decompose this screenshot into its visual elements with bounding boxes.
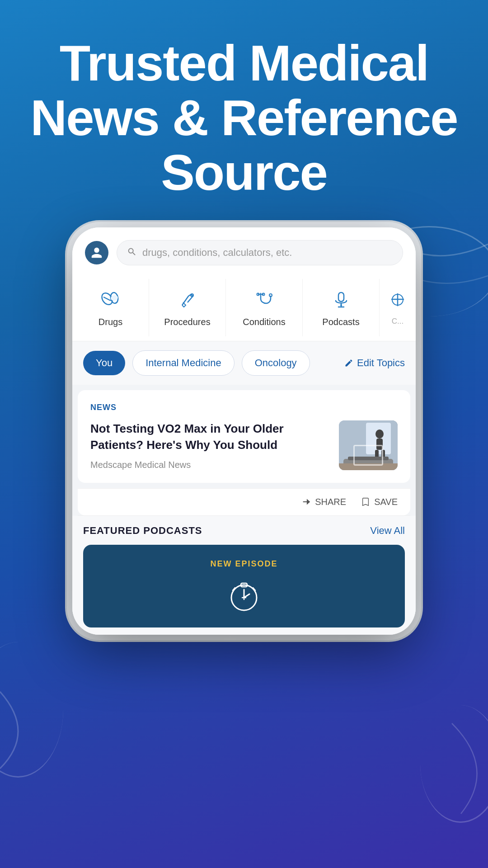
- phone-inner: drugs, conditions, calculators, etc.: [72, 227, 416, 635]
- edit-topics-label: Edit Topics: [357, 357, 405, 369]
- microphone-icon: [329, 288, 353, 311]
- news-content: Not Testing VO2 Max in Your Older Patien…: [90, 420, 398, 470]
- news-section-label: NEWS: [90, 403, 398, 412]
- search-icon: [127, 247, 137, 259]
- categories-row: Drugs Procedures: [72, 274, 416, 341]
- featured-podcasts-section: FEATURED PODCASTS View All NEW EPISODE: [72, 516, 416, 635]
- share-icon: [301, 497, 311, 507]
- svg-point-16: [375, 429, 384, 439]
- svg-rect-9: [338, 292, 344, 302]
- deco-curve-bottom-right: [420, 705, 488, 823]
- category-extra-partial: C...: [380, 279, 416, 336]
- svg-rect-17: [376, 439, 383, 450]
- pencil-icon: [344, 359, 353, 368]
- stopwatch-icon: [226, 577, 262, 613]
- hero-section: Trusted Medical News & Reference Source: [0, 0, 488, 218]
- card-actions: SHARE SAVE: [78, 488, 410, 515]
- extra-label: C...: [392, 317, 404, 326]
- category-podcasts[interactable]: Podcasts: [303, 279, 380, 336]
- svg-rect-18: [375, 450, 379, 459]
- news-card[interactable]: NEWS Not Testing VO2 Max in Your Older P…: [78, 390, 410, 483]
- topic-pill-internal-medicine[interactable]: Internal Medicine: [132, 350, 235, 376]
- news-thumbnail: [339, 420, 398, 470]
- avatar[interactable]: [85, 241, 108, 264]
- topic-pill-you[interactable]: You: [83, 351, 125, 375]
- topics-row: You Internal Medicine Oncology Edit Topi…: [72, 341, 416, 385]
- news-title: Not Testing VO2 Max in Your Older Patien…: [90, 420, 330, 453]
- pills-icon: [99, 288, 122, 311]
- stethoscope-icon: [253, 288, 276, 311]
- deco-curve-bottom-left: [0, 642, 63, 778]
- new-episode-badge: NEW EPISODE: [210, 559, 277, 569]
- svg-point-12: [340, 304, 342, 306]
- view-all-button[interactable]: View All: [370, 525, 405, 537]
- featured-podcasts-header: FEATURED PODCASTS View All: [83, 525, 405, 537]
- svg-rect-21: [348, 457, 389, 460]
- podcast-card[interactable]: NEW EPISODE: [83, 545, 405, 627]
- featured-podcasts-title: FEATURED PODCASTS: [83, 525, 202, 537]
- save-label: SAVE: [374, 497, 398, 507]
- svg-line-1: [103, 297, 111, 301]
- news-text-area: Not Testing VO2 Max in Your Older Patien…: [90, 420, 330, 470]
- search-bar-area: drugs, conditions, calculators, etc.: [72, 227, 416, 274]
- category-drugs[interactable]: Drugs: [72, 279, 149, 336]
- edit-topics-button[interactable]: Edit Topics: [344, 357, 405, 369]
- search-placeholder-text: drugs, conditions, calculators, etc.: [142, 247, 292, 259]
- share-button[interactable]: SHARE: [301, 497, 346, 507]
- extra-icon: [386, 288, 409, 311]
- topic-pill-oncology[interactable]: Oncology: [242, 350, 310, 376]
- svg-point-5: [269, 294, 272, 297]
- share-label: SHARE: [315, 497, 346, 507]
- category-conditions-label: Conditions: [243, 317, 286, 327]
- search-input-wrap[interactable]: drugs, conditions, calculators, etc.: [117, 240, 403, 265]
- category-conditions[interactable]: Conditions: [226, 279, 303, 336]
- save-button[interactable]: SAVE: [361, 497, 398, 507]
- category-podcasts-label: Podcasts: [322, 317, 359, 327]
- category-procedures-label: Procedures: [164, 317, 210, 327]
- bookmark-icon: [361, 497, 371, 507]
- category-procedures[interactable]: Procedures: [149, 279, 226, 336]
- procedure-icon: [176, 288, 199, 311]
- news-source: Medscape Medical News: [90, 460, 330, 470]
- svg-rect-22: [339, 463, 398, 470]
- user-icon: [90, 246, 103, 259]
- phone-container: drugs, conditions, calculators, etc.: [0, 227, 488, 635]
- news-thumbnail-img: [339, 420, 398, 470]
- phone-mockup: drugs, conditions, calculators, etc.: [72, 227, 416, 635]
- hero-title: Trusted Medical News & Reference Source: [27, 36, 461, 200]
- category-drugs-label: Drugs: [99, 317, 122, 327]
